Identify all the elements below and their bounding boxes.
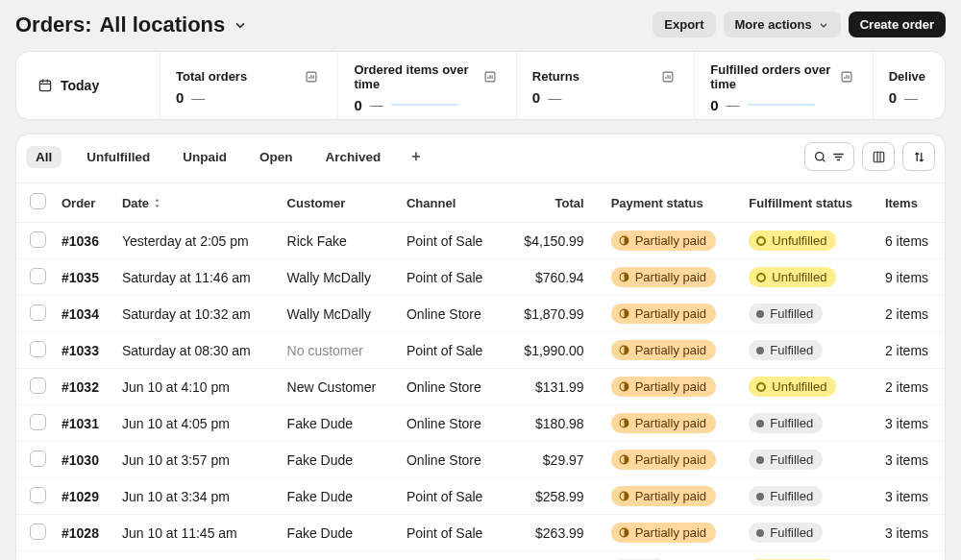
summary-stat[interactable]: Ordered items over time0—	[338, 52, 516, 119]
export-button[interactable]: Export	[653, 12, 715, 37]
status-dot-icon	[756, 529, 764, 537]
order-id[interactable]: #1029	[62, 489, 99, 504]
summary-stat[interactable]: Fulfilled orders over time0—	[695, 52, 873, 119]
analytics-icon	[661, 70, 675, 84]
filter-tab-archived[interactable]: Archived	[318, 146, 389, 168]
stat-dash: —	[191, 90, 205, 106]
columns-button[interactable]	[862, 142, 895, 171]
table-row[interactable]: #1035Saturday at 11:46 amWally McDallyPo…	[16, 259, 945, 296]
row-checkbox[interactable]	[30, 523, 46, 540]
row-checkbox[interactable]	[30, 304, 46, 321]
status-ring-icon	[756, 236, 766, 246]
filter-tab-open[interactable]: Open	[252, 146, 301, 168]
sort-button[interactable]	[902, 142, 935, 171]
chevron-down-icon[interactable]	[233, 17, 248, 33]
customer-name: Fake Dude	[287, 525, 353, 541]
col-date[interactable]: Date	[122, 196, 161, 210]
col-order[interactable]: Order	[62, 196, 95, 210]
filter-tab-unpaid[interactable]: Unpaid	[175, 146, 234, 168]
filter-tab-unfulfilled[interactable]: Unfulfilled	[79, 146, 158, 168]
payment-status-badge: Partially paid	[611, 304, 716, 324]
page-header: Orders: All locations Export More action…	[15, 12, 946, 37]
table-row[interactable]: #1036Yesterday at 2:05 pmRick FakePoint …	[16, 223, 945, 259]
row-checkbox[interactable]	[30, 487, 46, 503]
summary-today[interactable]: Today	[16, 52, 160, 119]
add-filter-button[interactable]: +	[406, 146, 426, 167]
table-row[interactable]: #1028Jun 10 at 11:45 amFake DudePoint of…	[16, 515, 945, 551]
filter-tab-all[interactable]: All	[26, 146, 62, 168]
item-count: 3 items	[885, 416, 928, 431]
row-checkbox[interactable]	[30, 231, 46, 248]
more-actions-label: More actions	[735, 17, 812, 32]
fulfillment-status-badge: Fulfilled	[749, 486, 823, 506]
svg-point-5	[816, 152, 824, 159]
more-actions-button[interactable]: More actions	[724, 12, 841, 37]
filter-tabs: AllUnfulfilledUnpaidOpenArchived+	[26, 146, 427, 168]
stat-value: 0	[354, 97, 361, 113]
channel: Point of Sale	[407, 489, 482, 504]
sort-arrows-icon	[912, 150, 926, 164]
fulfillment-status-badge: Fulfilled	[749, 523, 823, 543]
partial-icon	[619, 272, 629, 282]
svg-rect-6	[874, 152, 884, 162]
partial-icon	[619, 418, 629, 428]
order-id[interactable]: #1031	[62, 416, 99, 431]
customer-name: Fake Dude	[287, 489, 353, 504]
summary-stat[interactable]: Total orders0—	[160, 52, 338, 119]
order-total: $1,990.00	[524, 343, 583, 358]
table-row[interactable]: #1030Jun 10 at 3:57 pmFake DudeOnline St…	[16, 442, 945, 478]
summary-stat[interactable]: Delive0—	[874, 52, 945, 119]
channel: Online Store	[407, 416, 481, 431]
fulfillment-status-badge: Unfulfilled	[749, 377, 836, 397]
stat-label: Delive	[889, 69, 925, 84]
table-row[interactable]: #1031Jun 10 at 4:05 pmFake DudeOnline St…	[16, 405, 945, 442]
order-id[interactable]: #1034	[62, 306, 99, 322]
row-checkbox[interactable]	[30, 450, 46, 467]
row-checkbox[interactable]	[30, 377, 46, 394]
summary-stat[interactable]: Returns0—	[517, 52, 695, 119]
partial-icon	[619, 491, 629, 501]
order-id[interactable]: #1032	[62, 379, 99, 395]
customer-name: Wally McDally	[287, 306, 371, 322]
search-filter-button[interactable]	[804, 142, 854, 171]
page-title-group[interactable]: Orders: All locations	[15, 12, 248, 37]
partial-icon	[619, 235, 629, 246]
stat-label: Returns	[532, 69, 579, 84]
col-items[interactable]: Items	[885, 196, 918, 210]
row-checkbox[interactable]	[30, 414, 46, 430]
item-count: 2 items	[885, 306, 928, 322]
col-payment[interactable]: Payment status	[611, 196, 703, 210]
row-checkbox[interactable]	[30, 268, 46, 284]
order-total: $263.99	[535, 525, 584, 541]
order-id[interactable]: #1035	[62, 270, 99, 285]
select-all-checkbox[interactable]	[30, 193, 46, 209]
order-id[interactable]: #1036	[62, 233, 99, 249]
col-total[interactable]: Total	[555, 196, 584, 210]
channel: Point of Sale	[407, 270, 482, 285]
order-total: $1,870.99	[524, 306, 583, 322]
order-id[interactable]: #1028	[62, 525, 99, 541]
table-row[interactable]: #1032Jun 10 at 4:10 pmNew CustomerOnline…	[16, 369, 945, 405]
filter-lines-icon	[831, 150, 846, 164]
status-dot-icon	[756, 456, 764, 464]
col-channel[interactable]: Channel	[407, 196, 456, 210]
fulfillment-status-badge: Fulfilled	[749, 304, 823, 324]
col-customer[interactable]: Customer	[287, 196, 346, 210]
row-checkbox[interactable]	[30, 341, 46, 357]
payment-status-badge: Partially paid	[611, 450, 716, 470]
payment-status-badge: Partially paid	[611, 340, 716, 360]
table-row[interactable]: #1027Jun 9 at 5:58 pmJoe UserPoint of Sa…	[16, 551, 945, 561]
customer-name: No customer	[287, 343, 363, 358]
order-id[interactable]: #1033	[62, 343, 99, 358]
item-count: 2 items	[885, 379, 928, 395]
table-row[interactable]: #1029Jun 10 at 3:34 pmFake DudePoint of …	[16, 478, 945, 515]
summary-card: Today Total orders0—Ordered items over t…	[15, 51, 946, 120]
item-count: 3 items	[885, 525, 928, 541]
stat-dash: —	[727, 97, 740, 112]
table-row[interactable]: #1033Saturday at 08:30 amNo customerPoin…	[16, 332, 945, 369]
col-fulfillment[interactable]: Fulfillment status	[749, 196, 852, 210]
table-row[interactable]: #1034Saturday at 10:32 amWally McDallyOn…	[16, 296, 945, 332]
order-id[interactable]: #1030	[62, 452, 99, 468]
create-order-button[interactable]: Create order	[849, 12, 946, 37]
stat-value: 0	[176, 89, 184, 106]
